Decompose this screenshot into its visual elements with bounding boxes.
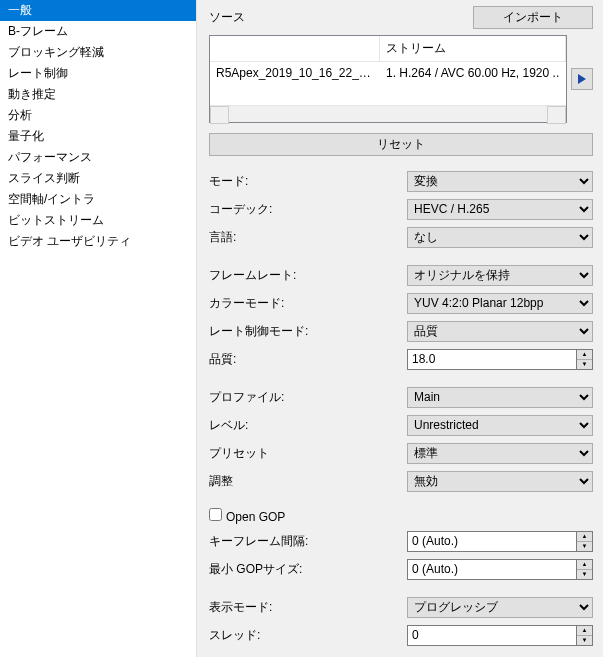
sidebar-item-video-usability[interactable]: ビデオ ユーザビリティ — [0, 231, 196, 252]
mingop-label: 最小 GOPサイズ: — [209, 561, 407, 578]
source-hscrollbar[interactable] — [210, 105, 566, 122]
sidebar-item-slice[interactable]: スライス判断 — [0, 168, 196, 189]
opengop-checkbox[interactable] — [209, 508, 222, 521]
quality-spinner[interactable]: ▲▼ — [407, 349, 593, 370]
sidebar-item-deblock[interactable]: ブロッキング軽減 — [0, 42, 196, 63]
mingop-up-button[interactable]: ▲ — [577, 560, 592, 570]
play-icon — [578, 74, 586, 84]
language-label: 言語: — [209, 229, 407, 246]
profile-label: プロファイル: — [209, 389, 407, 406]
colormode-label: カラーモード: — [209, 295, 407, 312]
keyframe-up-button[interactable]: ▲ — [577, 532, 592, 542]
sidebar-item-spatial-intra[interactable]: 空間軸/イントラ — [0, 189, 196, 210]
quality-up-button[interactable]: ▲ — [577, 350, 592, 360]
preset-label: プリセット — [209, 445, 407, 462]
keyframe-input[interactable] — [407, 531, 576, 552]
settings-sidebar: 一般 B-フレーム ブロッキング軽減 レート制御 動き推定 分析 量子化 パフォ… — [0, 0, 197, 657]
source-col-stream[interactable]: ストリーム — [380, 36, 566, 61]
main-panel: ソース インポート ストリーム R5Apex_2019_10_16_22_18_… — [197, 0, 603, 657]
sidebar-item-general[interactable]: 一般 — [0, 0, 196, 21]
threads-spinner[interactable]: ▲▼ — [407, 625, 593, 646]
keyframe-down-button[interactable]: ▼ — [577, 542, 592, 551]
import-button[interactable]: インポート — [473, 6, 593, 29]
ratecontrol-label: レート制御モード: — [209, 323, 407, 340]
mingop-spinner[interactable]: ▲▼ — [407, 559, 593, 580]
codec-label: コーデック: — [209, 201, 407, 218]
sidebar-item-ratecontrol[interactable]: レート制御 — [0, 63, 196, 84]
quality-label: 品質: — [209, 351, 407, 368]
opengop-label[interactable]: Open GOP — [209, 508, 285, 524]
keyframe-label: キーフレーム間隔: — [209, 533, 407, 550]
mingop-down-button[interactable]: ▼ — [577, 570, 592, 579]
threads-label: スレッド: — [209, 627, 407, 644]
sidebar-item-bframes[interactable]: B-フレーム — [0, 21, 196, 42]
mode-label: モード: — [209, 173, 407, 190]
source-label: ソース — [209, 9, 465, 26]
sidebar-item-quantization[interactable]: 量子化 — [0, 126, 196, 147]
framerate-label: フレームレート: — [209, 267, 407, 284]
ratecontrol-select[interactable]: 品質 — [407, 321, 593, 342]
source-row[interactable]: R5Apex_2019_10_16_22_18_16... 1. H.264 /… — [210, 62, 566, 84]
source-list[interactable]: ストリーム R5Apex_2019_10_16_22_18_16... 1. H… — [209, 35, 567, 123]
play-button[interactable] — [571, 68, 593, 90]
mode-select[interactable]: 変換 — [407, 171, 593, 192]
threads-input[interactable] — [407, 625, 576, 646]
sidebar-item-bitstream[interactable]: ビットストリーム — [0, 210, 196, 231]
profile-select[interactable]: Main — [407, 387, 593, 408]
colormode-select[interactable]: YUV 4:2:0 Planar 12bpp — [407, 293, 593, 314]
keyframe-spinner[interactable]: ▲▼ — [407, 531, 593, 552]
sidebar-item-analysis[interactable]: 分析 — [0, 105, 196, 126]
reset-button[interactable]: リセット — [209, 133, 593, 156]
displaymode-label: 表示モード: — [209, 599, 407, 616]
mingop-input[interactable] — [407, 559, 576, 580]
source-col-file[interactable] — [210, 36, 380, 61]
quality-down-button[interactable]: ▼ — [577, 360, 592, 369]
source-stream-info: 1. H.264 / AVC 60.00 Hz, 1920 .. — [380, 62, 566, 84]
language-select[interactable]: なし — [407, 227, 593, 248]
tuning-select[interactable]: 無効 — [407, 471, 593, 492]
level-select[interactable]: Unrestricted — [407, 415, 593, 436]
codec-select[interactable]: HEVC / H.265 — [407, 199, 593, 220]
sidebar-item-performance[interactable]: パフォーマンス — [0, 147, 196, 168]
threads-up-button[interactable]: ▲ — [577, 626, 592, 636]
displaymode-select[interactable]: プログレッシブ — [407, 597, 593, 618]
quality-input[interactable] — [407, 349, 576, 370]
source-filename: R5Apex_2019_10_16_22_18_16... — [210, 62, 380, 84]
threads-down-button[interactable]: ▼ — [577, 636, 592, 645]
framerate-select[interactable]: オリジナルを保持 — [407, 265, 593, 286]
level-label: レベル: — [209, 417, 407, 434]
sidebar-item-motion[interactable]: 動き推定 — [0, 84, 196, 105]
preset-select[interactable]: 標準 — [407, 443, 593, 464]
tuning-label: 調整 — [209, 473, 407, 490]
